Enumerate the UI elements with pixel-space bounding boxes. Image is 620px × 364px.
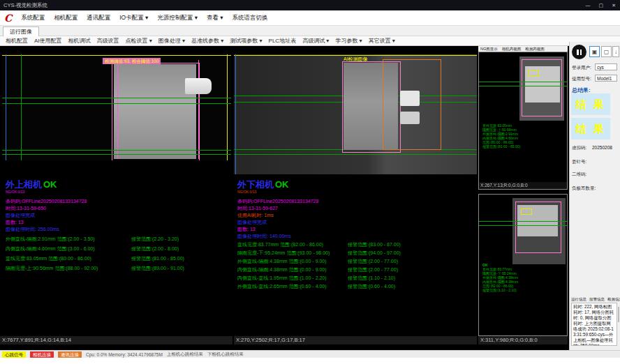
measurement-text: 内侧直线-直线:1.95mm 范围:(1.00 - 2.20) bbox=[237, 275, 348, 283]
window-controls: — ▢ ✕ bbox=[586, 0, 617, 10]
left-camera-image[interactable]: 检测阈值:93, 检合阈值:100 bbox=[2, 54, 231, 160]
menu-light-control[interactable]: 光源控制配置 ▾ bbox=[157, 14, 198, 22]
virtual-code-label: 虚拟码: bbox=[572, 145, 586, 151]
camera-name: 外上相机 bbox=[6, 179, 42, 190]
login-user-label: 登录用户: bbox=[572, 65, 591, 71]
capture-image-button[interactable]: ▣ bbox=[589, 46, 600, 57]
tool-learning-params[interactable]: 学习参数 ▾ bbox=[335, 37, 362, 45]
app-window: CYS-视觉检测系统 — ▢ ✕ C 系统配置 相机配置 通讯配置 IO卡配置 … bbox=[0, 0, 620, 364]
title-bar: CYS-视觉检测系统 bbox=[0, 0, 620, 10]
measurement-text: 内侧直线-隔圈:4.38mm 范围:(0.00 - 9.00) bbox=[237, 266, 348, 275]
menu-view[interactable]: 查看 ▾ bbox=[207, 14, 223, 22]
comm-connect-badge: 通讯连接 bbox=[58, 351, 82, 358]
mid-camera-image[interactable]: AI检测图像 bbox=[234, 54, 477, 174]
measure-line bbox=[2, 150, 231, 151]
alarm-range-text: 报警范围:(2.20 - 3.20) bbox=[131, 236, 179, 245]
tab-camera-inner-view[interactable]: 相机内视图 bbox=[502, 47, 522, 52]
tool-ai-config[interactable]: AI使用配置 bbox=[34, 37, 62, 45]
pause-button[interactable] bbox=[572, 45, 586, 59]
measurement-row: 内侧直线-直线:1.95mm 范围:(1.00 - 2.20)报警范围:(1.1… bbox=[237, 275, 475, 283]
measurement-text: 外侧直线-隔圈:4.38mm 范围:(0.00 - 9.00) bbox=[237, 258, 348, 266]
barcode-text: 条码码:OFFLine20250208133134728 bbox=[237, 198, 475, 205]
qr-code-label: 二维码: bbox=[572, 172, 586, 178]
camera-connect-badge: 相机连接 bbox=[30, 351, 54, 358]
measure-line bbox=[234, 154, 477, 155]
tool-advanced-debug[interactable]: 高级调试 ▾ bbox=[302, 37, 329, 45]
alarm-range-text: 报警范围:(94.00 - 97.00) bbox=[348, 250, 401, 258]
login-user-field[interactable]: cys bbox=[595, 63, 617, 70]
guide-line bbox=[235, 54, 236, 174]
tab-run-image[interactable]: 运行图像 bbox=[3, 26, 39, 37]
main-workspace: 检测阈值:93, 检合阈值:100 AI检测图像 外上相机OK NG/OK:0/… bbox=[0, 46, 620, 350]
mini-view-tabs: NG图显示 相机内视图 检测内视图 bbox=[478, 46, 568, 52]
tab-run-log[interactable]: 运行信息 bbox=[571, 297, 586, 302]
log-output[interactable]: 耗时: 222, 网络检图耗时: 17, 网络分图耗时: 0, 网络提取分图耗时… bbox=[571, 303, 617, 346]
mini-measurements: 直线宽度:83.05mm 隔圈宽度-上:90.56mm 外侧直线-隔圈:2.91… bbox=[482, 123, 520, 149]
left-meta: 条码码:OFFLine20250208133134728 时间:13-31-59… bbox=[6, 198, 233, 233]
tab-detect-inner-view[interactable]: 检测内视图 bbox=[525, 47, 545, 52]
tool-plc-address[interactable]: PLC地址表 bbox=[269, 37, 297, 45]
measurement-row: 外侧直线-隔圈:4.38mm 范围:(0.00 - 9.00)报警范围:(2.0… bbox=[237, 258, 475, 266]
roi-rectangle bbox=[522, 59, 562, 116]
menu-comm-config[interactable]: 通讯配置 bbox=[87, 14, 110, 22]
tool-other-settings[interactable]: 其它设置 ▾ bbox=[369, 37, 395, 45]
process-done-text: 图像处理完成 bbox=[6, 212, 233, 219]
minimize-icon[interactable]: — bbox=[586, 0, 591, 10]
maximize-icon[interactable]: ▢ bbox=[599, 0, 604, 10]
mini-measurements: OK 直线宽度:83.77mm 隔圈宽度-下:95.24mm 外侧直线-隔圈:4… bbox=[482, 263, 518, 292]
mid-coordinate-bar: X:270,Y:2502;R:17,G:17,B:17 bbox=[234, 336, 477, 344]
measurement-row: 隔圈宽度-下:95.24mm 范围:(93.00 - 98.00)报警范围:(9… bbox=[237, 250, 475, 258]
tab-row: 运行图像 bbox=[0, 26, 620, 36]
menu-camera-config[interactable]: 相机配置 bbox=[54, 14, 78, 22]
close-icon[interactable]: ✕ bbox=[612, 0, 616, 10]
measure-line bbox=[479, 221, 567, 222]
menu-io-config[interactable]: IO卡配置 ▾ bbox=[119, 14, 148, 22]
app-logo-icon: C bbox=[4, 13, 12, 24]
mini-view-1[interactable]: 直线宽度:83.05mm 隔圈宽度-上:90.56mm 外侧直线-隔圈:2.91… bbox=[478, 52, 568, 190]
mini-line: 报警范围:(1.10 - 2.10) bbox=[482, 288, 518, 292]
tab-ng-image[interactable]: NG图显示 bbox=[480, 47, 498, 52]
pause-icon bbox=[580, 50, 582, 55]
mini-view-2[interactable]: OK 直线宽度:83.77mm 隔圈宽度-下:95.24mm 外侧直线-隔圈:4… bbox=[478, 194, 568, 336]
measurement-row: 内侧直线-隔圈:4.38mm 范围:(0.00 - 9.00)报警范围:(2.0… bbox=[237, 266, 475, 275]
tool-spotcheck-settings[interactable]: 点检设置 ▾ bbox=[126, 37, 152, 45]
measure-line bbox=[117, 60, 118, 159]
measurement-text: 外侧直线-直线:2.65mm 范围:(0.60 - 4.00) bbox=[237, 283, 348, 291]
measurement-row: 内侧直线-隔圈:4.60mm 范围:(3.00 - 6.00)报警范围:(2.0… bbox=[6, 245, 233, 255]
alarm-range-text: 报警范围:(2.00 - 77.00) bbox=[348, 266, 398, 275]
connector-graphic bbox=[185, 78, 212, 94]
tool-camera-debug[interactable]: 相机调试 bbox=[68, 37, 91, 45]
mid-meta: 条码码:OFFLine20250208133134728 时间:13-31-59… bbox=[237, 198, 475, 240]
neg-tab-count-label: 负极耳数量: bbox=[572, 185, 596, 192]
process-time-text: 图像处理时间: 256.00ms bbox=[6, 226, 233, 233]
tool-image-processing[interactable]: 图像处理 ▾ bbox=[158, 37, 185, 45]
alarm-range-text: 报警范围:(1.10 - 2.10) bbox=[348, 275, 395, 283]
model-field[interactable]: Model1 bbox=[595, 75, 617, 82]
arrow-down-button[interactable]: ↓ bbox=[612, 46, 619, 57]
alarm-range-text: 报警范围:(83.00 - 87.00) bbox=[348, 241, 401, 250]
measurement-text: 隔圈宽度-下:95.24mm 范围:(93.00 - 98.00) bbox=[237, 250, 348, 258]
frame-button[interactable]: ▢ bbox=[601, 46, 612, 57]
tool-advanced-settings[interactable]: 高级设置 bbox=[97, 37, 119, 45]
highlight-blob bbox=[400, 91, 420, 106]
tool-test-params[interactable]: 测试项参数 ▾ bbox=[230, 37, 262, 45]
menu-system-config[interactable]: 系统配置 bbox=[21, 14, 45, 22]
result-badge-2: 结 果 bbox=[571, 118, 610, 139]
menu-language-switch[interactable]: 系统语言切换 bbox=[232, 14, 268, 22]
measurement-text: 直线宽度:83.77mm 范围:(82.00 - 86.00) bbox=[237, 241, 348, 250]
tab-alarm-log[interactable]: 报警信息 bbox=[589, 297, 605, 302]
alarm-range-text: 报警范围:(2.00 - 8.00) bbox=[131, 245, 179, 255]
tool-baseline-params[interactable]: 基准线参数 ▾ bbox=[191, 37, 223, 45]
tool-camera-config[interactable]: 相机配置 bbox=[6, 37, 28, 45]
image-count-text: 图数: 13 bbox=[6, 219, 233, 226]
measure-line bbox=[2, 98, 231, 98]
left-measurements: 外侧直线-隔圈:2.91mm 范围:(2.00 - 3.50)报警范围:(2.2… bbox=[6, 236, 233, 275]
mid-result-block: 外下相机OK NG/OK:0/13 条码码:OFFLine20250208133… bbox=[237, 179, 475, 240]
label-marker bbox=[521, 208, 532, 215]
status-ok: OK bbox=[43, 179, 57, 190]
measurement-row: 外侧直线-直线:2.65mm 范围:(0.60 - 4.00)报警范围:(0.6… bbox=[237, 283, 475, 291]
left-result-block: 外上相机OK NG/OK:0/13 条码码:OFFLine20250208133… bbox=[6, 179, 233, 233]
log-scrollbar[interactable] bbox=[618, 307, 619, 322]
log-tabs: 运行信息 报警信息 检测信息 bbox=[571, 297, 620, 302]
tab-detect-log[interactable]: 检测信息 bbox=[607, 297, 620, 302]
